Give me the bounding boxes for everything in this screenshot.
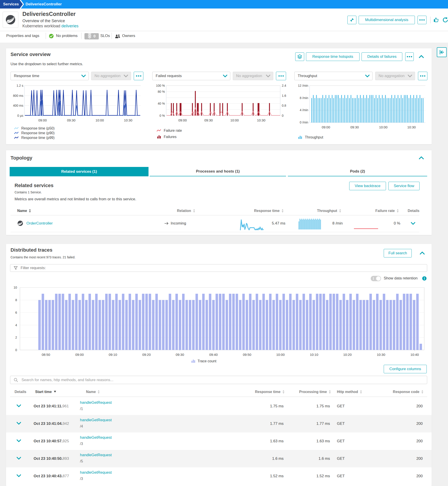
svg-text:10:00: 10:00 [379,125,388,129]
svg-text:800 ms: 800 ms [13,94,23,97]
svg-text:09:20: 09:20 [142,353,151,356]
svg-text:12 /min: 12 /min [298,84,308,87]
svg-text:2.4: 2.4 [282,84,286,87]
svg-text:09:00: 09:00 [178,118,187,122]
svg-text:Response time (p99): Response time (p99) [21,136,55,140]
svg-text:10:10: 10:10 [310,353,318,356]
svg-text:08:50: 08:50 [42,353,50,356]
svg-text:8 /min: 8 /min [300,96,308,100]
svg-text:Failure rate: Failure rate [164,129,182,132]
svg-text:09:30: 09:30 [67,118,75,122]
svg-text:10:00: 10:00 [230,118,239,122]
svg-text:Response time (p90): Response time (p90) [21,131,55,135]
svg-text:10:40: 10:40 [410,353,419,356]
svg-text:400 ms: 400 ms [13,104,23,107]
svg-text:10: 10 [13,286,17,289]
svg-text:Throughput: Throughput [305,135,323,139]
svg-text:09:30: 09:30 [204,118,213,122]
svg-text:10:20: 10:20 [343,353,352,356]
svg-text:0: 0 [15,348,17,352]
svg-text:Trace count: Trace count [198,359,216,363]
svg-text:09:50: 09:50 [243,353,251,356]
svg-text:2: 2 [15,336,17,339]
svg-text:Response time (p50): Response time (p50) [21,126,55,130]
svg-text:4 /min: 4 /min [300,108,308,112]
svg-text:1.2 s: 1.2 s [16,84,23,87]
svg-text:8: 8 [15,298,17,302]
svg-text:09:00: 09:00 [322,125,330,129]
svg-text:6: 6 [15,311,17,314]
svg-text:Failures: Failures [164,135,176,139]
svg-text:0 /min: 0 /min [300,121,308,124]
svg-text:0 %: 0 % [160,114,165,117]
svg-text:09:00: 09:00 [75,353,84,356]
svg-text:0 µs: 0 µs [17,114,23,117]
svg-text:10:30: 10:30 [257,118,265,122]
svg-text:100 %: 100 % [156,84,165,87]
svg-text:1.6: 1.6 [282,94,286,97]
svg-text:09:30: 09:30 [176,353,184,356]
svg-text:0: 0 [282,114,284,117]
svg-text:10:30: 10:30 [124,118,132,122]
svg-text:4: 4 [15,323,17,327]
svg-text:09:10: 09:10 [109,353,117,356]
svg-text:09:00: 09:00 [38,118,47,122]
svg-text:40 %: 40 % [158,102,165,105]
svg-text:09:40: 09:40 [209,353,218,356]
svg-text:10:00: 10:00 [276,353,285,356]
svg-text:09:30: 09:30 [350,125,359,129]
svg-text:80 %: 80 % [158,90,165,93]
svg-text:10:30: 10:30 [407,125,416,129]
svg-text:10:00: 10:00 [96,118,104,122]
svg-text:0.8: 0.8 [282,104,286,107]
svg-text:10:30: 10:30 [377,353,385,356]
